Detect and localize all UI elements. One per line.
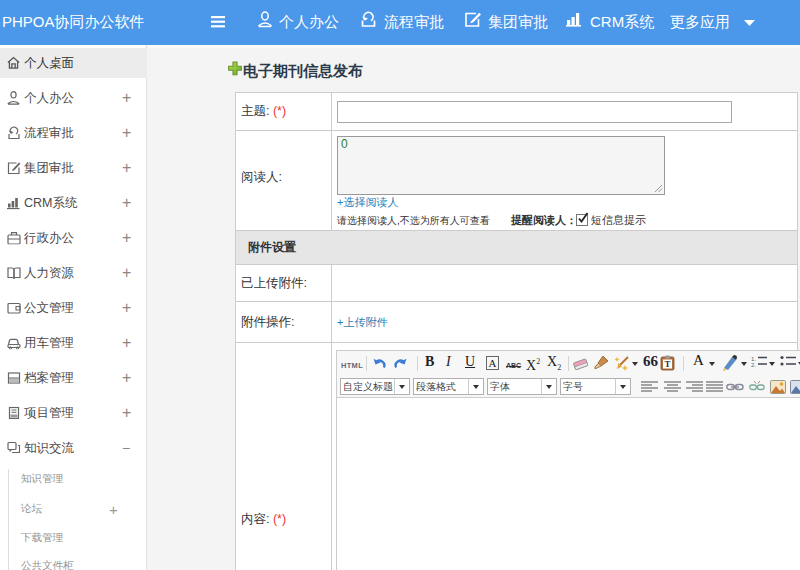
svg-text:2.: 2. bbox=[751, 362, 756, 368]
svg-text:T: T bbox=[664, 359, 670, 369]
svg-text:1.: 1. bbox=[751, 356, 756, 362]
